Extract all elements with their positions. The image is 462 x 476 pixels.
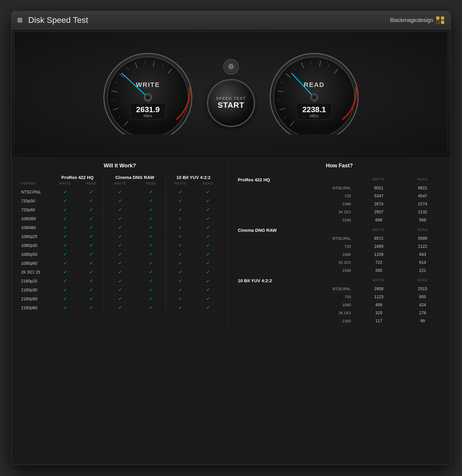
app-window: ✕ Disk Speed Test Blackmagicdesign xyxy=(11,11,451,465)
write-gauge-container: WRITE 2631.9 MB/s xyxy=(100,51,195,134)
yuv-write-header: WRITE xyxy=(166,181,195,188)
write-value: 2507 xyxy=(356,208,402,216)
check-cell: ✓ xyxy=(51,250,79,259)
read-value: 943 xyxy=(402,250,443,258)
check-cell: ✓ xyxy=(137,294,166,303)
check-cell: ✓ xyxy=(79,196,104,205)
check-cell: ✓ xyxy=(51,285,79,294)
check-cell: ✓ xyxy=(137,268,166,277)
check-cell: ✓ xyxy=(79,303,104,312)
check-cell: ✓ xyxy=(166,250,195,259)
speed-row: 720 1123 955 xyxy=(235,293,443,301)
check-cell: ✓ xyxy=(166,232,195,241)
write-value: 260 xyxy=(356,266,402,275)
speed-row: 2160 117 99 xyxy=(235,317,443,325)
read-value: 2515 xyxy=(402,285,443,293)
section-name: 10 Bit YUV 4:2:2 xyxy=(235,275,356,285)
resolution-label: 2K DCI xyxy=(235,208,356,216)
table-row: 2160p50 ✓ ✓ ✓ ✓ ✓ ✓ xyxy=(19,294,221,303)
write-value: 6572 xyxy=(356,234,402,242)
speed-row: 1080 2674 2274 xyxy=(235,200,443,208)
will-it-work-panel: Will It Work? ProRes 422 HQ Cinema DNG R… xyxy=(12,157,228,331)
section-name: Cinema DNG RAW xyxy=(235,224,356,234)
start-test-button[interactable]: SPEED TEST START xyxy=(207,79,255,127)
check-cell: ✓ xyxy=(51,241,79,250)
check-cell: ✓ xyxy=(79,294,104,303)
read-value: 221 xyxy=(402,266,443,275)
check-cell: ✓ xyxy=(79,250,104,259)
resolution-label: 2K DCI xyxy=(235,258,356,266)
check-cell: ✓ xyxy=(137,259,166,268)
write-col-header: WRITE xyxy=(356,174,402,184)
check-cell: ✓ xyxy=(166,196,195,205)
check-cell: ✓ xyxy=(137,223,166,232)
write-value: 2495 xyxy=(356,242,402,250)
speed-row: 1080 1109 943 xyxy=(235,250,443,258)
table-row: 1080p60 ✓ ✓ ✓ ✓ ✓ ✓ xyxy=(19,259,221,268)
table-row: 1080i60 ✓ ✓ ✓ ✓ ✓ ✓ xyxy=(19,223,221,232)
start-label: START xyxy=(218,101,244,110)
cdng-read-header: READ xyxy=(137,181,166,188)
check-cell: ✓ xyxy=(51,294,79,303)
settings-button[interactable]: ⚙ xyxy=(223,59,239,74)
check-cell: ✓ xyxy=(79,188,104,196)
read-value: 424 xyxy=(402,301,443,309)
format-label: 1080p30 xyxy=(19,241,51,250)
write-value: 2674 xyxy=(356,200,402,208)
col-prores-hq: ProRes 422 HQ xyxy=(51,174,104,181)
section-header-row: ProRes 422 HQ WRITE READ xyxy=(235,174,443,184)
check-cell: ✓ xyxy=(166,214,195,223)
speed-row: 2160 260 221 xyxy=(235,266,443,275)
check-cell: ✓ xyxy=(137,214,166,223)
write-col-header: WRITE xyxy=(356,224,402,234)
check-cell: ✓ xyxy=(79,205,104,214)
resolution-label: NTSC/PAL xyxy=(235,234,356,242)
check-cell: ✓ xyxy=(137,232,166,241)
how-fast-table: ProRes 422 HQ WRITE READ NTSC/PAL 8021 6… xyxy=(235,174,443,325)
format-label: 1080p25 xyxy=(19,232,51,241)
write-value: 2958 xyxy=(356,285,402,293)
check-cell: ✓ xyxy=(79,223,104,232)
format-label: 1080i60 xyxy=(19,223,51,232)
section-header-row: Cinema DNG RAW WRITE READ xyxy=(235,224,443,234)
check-cell: ✓ xyxy=(51,223,79,232)
format-label: 2160p50 xyxy=(19,294,51,303)
resolution-label: 720 xyxy=(235,242,356,250)
write-value: 8021 xyxy=(356,184,402,192)
svg-text:2238.1: 2238.1 xyxy=(302,105,326,114)
check-cell: ✓ xyxy=(51,268,79,277)
read-gauge-container: READ 2238.1 MB/s xyxy=(267,51,362,134)
check-cell: ✓ xyxy=(137,241,166,250)
check-cell: ✓ xyxy=(166,188,195,196)
read-value: 2132 xyxy=(402,208,443,216)
check-cell: ✓ xyxy=(104,241,137,250)
table-row: 720p60 ✓ ✓ ✓ ✓ ✓ ✓ xyxy=(19,205,221,214)
table-row: 2160p30 ✓ ✓ ✓ ✓ ✓ ✓ xyxy=(19,285,221,294)
resolution-label: 2K DCI xyxy=(235,309,356,317)
speed-row: 1080 499 424 xyxy=(235,301,443,309)
check-cell: ✓ xyxy=(195,223,221,232)
brand-area: Blackmagicdesign xyxy=(390,16,444,24)
check-cell: ✓ xyxy=(195,294,221,303)
brand-sq4 xyxy=(441,20,444,24)
table-row: 2K DCI 25 ✓ ✓ ✓ ✓ ✓ ✓ xyxy=(19,268,221,277)
read-value: 6821 xyxy=(402,184,443,192)
check-cell: ✓ xyxy=(166,205,195,214)
section-header-row: 10 Bit YUV 4:2:2 WRITE READ xyxy=(235,275,443,285)
read-value: 568 xyxy=(402,216,443,224)
speed-row: 2K DCI 2507 2132 xyxy=(235,208,443,216)
check-cell: ✓ xyxy=(166,285,195,294)
check-cell: ✓ xyxy=(51,277,79,285)
check-cell: ✓ xyxy=(79,241,104,250)
speed-row: NTSC/PAL 8021 6821 xyxy=(235,184,443,192)
how-fast-panel: How Fast? ProRes 422 HQ WRITE READ NTSC/… xyxy=(228,157,450,331)
check-cell: ✓ xyxy=(51,232,79,241)
svg-point-43 xyxy=(313,96,316,99)
close-button[interactable]: ✕ xyxy=(18,18,22,23)
check-cell: ✓ xyxy=(195,196,221,205)
table-row: 2160p25 ✓ ✓ ✓ ✓ ✓ ✓ xyxy=(19,277,221,285)
resolution-label: 2160 xyxy=(235,266,356,275)
check-cell: ✓ xyxy=(104,259,137,268)
check-cell: ✓ xyxy=(104,223,137,232)
check-cell: ✓ xyxy=(104,268,137,277)
